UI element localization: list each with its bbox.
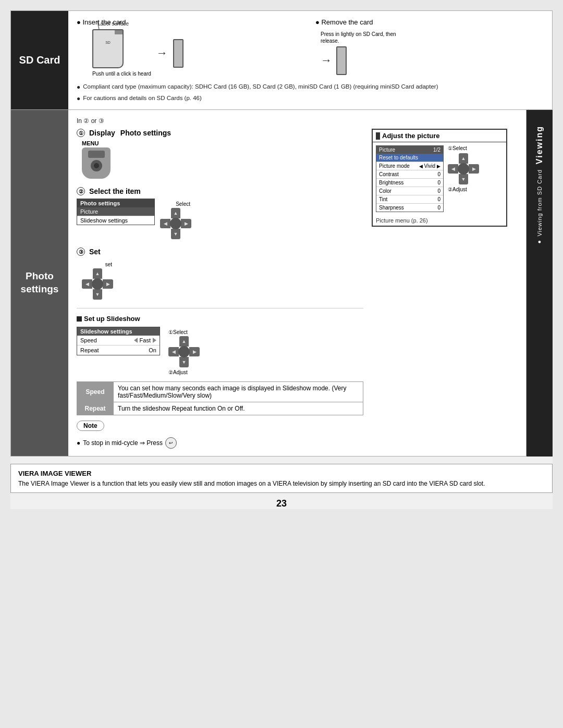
dpad-up: ▲ xyxy=(171,208,180,218)
push-text: Push until a click is heard xyxy=(92,70,151,77)
picture-row-tint: Tint 0 xyxy=(376,195,443,204)
step-1: ① Display Photo settings MENU xyxy=(77,129,363,179)
step-1-sublabel: Photo settings xyxy=(120,129,171,137)
brightness-label: Brightness xyxy=(379,180,403,186)
viewing-label: Viewing xyxy=(535,120,544,169)
menu-btn-inner xyxy=(94,163,99,168)
sd-card-graphic: SD xyxy=(92,29,124,68)
sdpad-down-arrow: ▼ xyxy=(182,360,187,365)
dpad3-right-arrow: ▶ xyxy=(106,281,110,287)
adjust-box: Adjust the picture Picture 1/2 xyxy=(372,129,507,227)
steps-container: ① Display Photo settings MENU xyxy=(77,129,518,449)
reset-label: Reset to defaults xyxy=(379,155,418,161)
step-3-header: ③ Set xyxy=(77,248,363,256)
slideshow-select-label: ①Select xyxy=(168,329,200,335)
sd-card-label: SD Card xyxy=(11,11,68,109)
note-content: ● To stop in mid-cycle ⇒ Press ↩ xyxy=(77,437,363,449)
step-2-row: Photo settings Picture Slideshow setting… xyxy=(77,199,363,239)
repeat-desc: Turn the slideshow Repeat function On or… xyxy=(114,402,363,415)
step-2: ② Select the item Photo settings Picture… xyxy=(77,187,363,239)
desc-table: Speed You can set how many seconds each … xyxy=(77,381,363,415)
dpad-center xyxy=(170,218,181,229)
remove-diagram: Press in lightly on SD Card, then releas… xyxy=(315,29,544,76)
color-label: Color xyxy=(379,188,391,194)
viera-text: The VIERA Image Viewer is a function tha… xyxy=(18,480,545,487)
speed-label: Speed xyxy=(80,337,97,343)
dpad3-down-arrow: ▼ xyxy=(95,292,100,297)
note-bullet: ● xyxy=(77,439,80,447)
speed-desc: You can set how many seconds each image … xyxy=(114,382,363,402)
menu-box-header: Photo settings xyxy=(77,199,154,207)
page: SD Card ● Insert the card Label surface xyxy=(10,10,553,509)
return-icon: ↩ xyxy=(169,440,173,446)
dpad-down: ▼ xyxy=(171,229,180,239)
menu-label: MENU xyxy=(82,140,111,146)
sdpad-up-arrow: ▲ xyxy=(182,339,187,344)
mode-value: Vivid xyxy=(424,163,436,169)
sharpness-label: Sharpness xyxy=(379,205,404,211)
picture-header-page: 1/2 xyxy=(433,147,440,153)
step-1-num: ① xyxy=(77,129,85,137)
page-number: 23 xyxy=(10,498,553,509)
sd-remove: ● Remove the card Press in lightly on SD… xyxy=(315,18,544,77)
step-3-row: set ▲ ▼ ◀ ▶ xyxy=(77,259,363,300)
remove-title: ● Remove the card xyxy=(315,18,544,26)
adjust-title-bar xyxy=(376,132,380,140)
dpad-right-arrow: ▶ xyxy=(185,221,188,226)
step-2-label: Select the item xyxy=(89,187,141,195)
sd-note-2: ●For cautions and details on SD Cards (p… xyxy=(77,94,544,103)
color-value: 0 xyxy=(437,188,440,194)
return-button: ↩ xyxy=(165,437,177,449)
mode-tri-right: ▶ xyxy=(437,164,440,169)
slideshow-menu-header: Slideshow settings xyxy=(77,327,160,336)
set-label: set xyxy=(82,262,112,267)
sdpad-left-arrow: ◀ xyxy=(172,349,176,354)
steps-right: Adjust the picture Picture 1/2 xyxy=(372,129,518,449)
adpad-down-arrow: ▼ xyxy=(461,177,466,182)
picture-menu-table: Picture 1/2 Reset to defaults Picture mo… xyxy=(376,145,444,212)
slideshow-row-speed: Speed Fast xyxy=(77,336,160,346)
step-1-header: ① Display Photo settings xyxy=(77,129,363,137)
main-content: In ② or ③ ① Display Photo settings xyxy=(68,110,526,456)
step-3-label: Set xyxy=(89,248,101,256)
repeat-label: Repeat xyxy=(80,347,99,353)
in-note: In ② or ③ xyxy=(77,117,518,125)
adpad-down: ▼ xyxy=(459,174,468,184)
adpad-left: ◀ xyxy=(448,164,458,174)
picture-menu-area: Picture 1/2 Reset to defaults Picture mo… xyxy=(376,145,444,212)
adpad-up-arrow: ▲ xyxy=(461,156,466,161)
dpad3-center xyxy=(92,278,103,290)
mode-value-area: ◀ Vivid ▶ xyxy=(419,163,441,169)
picture-row-brightness: Brightness 0 xyxy=(376,179,443,187)
speed-value: Fast xyxy=(140,337,151,343)
note-box: Note xyxy=(77,421,104,431)
menu-item-picture: Picture xyxy=(77,207,154,216)
adjust-inner: Picture 1/2 Reset to defaults Picture mo… xyxy=(373,142,506,215)
adpad-right-arrow: ▶ xyxy=(472,166,476,171)
insert-arrow: → xyxy=(156,46,168,60)
sd-insert: ● Insert the card Label surface SD xyxy=(77,18,305,77)
viera-box: VIERA IMAGE VIEWER The VIERA Image Viewe… xyxy=(10,464,553,493)
sd-card-top: ● Insert the card Label surface SD xyxy=(77,18,544,77)
bottom-section: VIERA IMAGE VIEWER The VIERA Image Viewe… xyxy=(10,464,553,493)
adjust-select-label: ①Select xyxy=(448,145,479,151)
main-wrapper: Photo settings In ② or ③ ① Display Photo… xyxy=(10,110,553,456)
slideshow-adjust-label: ②Adjust xyxy=(168,369,200,375)
adpad-right: ▶ xyxy=(469,164,479,174)
sdpad-up: ▲ xyxy=(179,336,189,347)
picture-row-mode: Picture mode ◀ Vivid ▶ xyxy=(376,162,443,170)
bullet-2: ● xyxy=(77,94,80,103)
mode-tri-left: ◀ xyxy=(419,164,423,169)
menu-item-slideshow: Slideshow settings xyxy=(77,216,154,225)
step-2-dpad-area: Select ▲ ▼ ◀ ▶ xyxy=(160,201,191,239)
contrast-value: 0 xyxy=(437,171,440,177)
slideshow-row-repeat: Repeat On xyxy=(77,346,160,355)
note-text: To stop in mid-cycle ⇒ Press xyxy=(83,439,163,447)
left-sidebar: Photo settings xyxy=(11,110,68,456)
picture-row-color: Color 0 xyxy=(376,187,443,195)
picture-menu-table-header: Picture 1/2 xyxy=(376,146,443,154)
speed-tri-right xyxy=(153,338,156,343)
menu-btn-circle xyxy=(91,160,102,171)
speed-tri-left xyxy=(134,338,138,343)
dpad3-left: ◀ xyxy=(82,279,92,289)
